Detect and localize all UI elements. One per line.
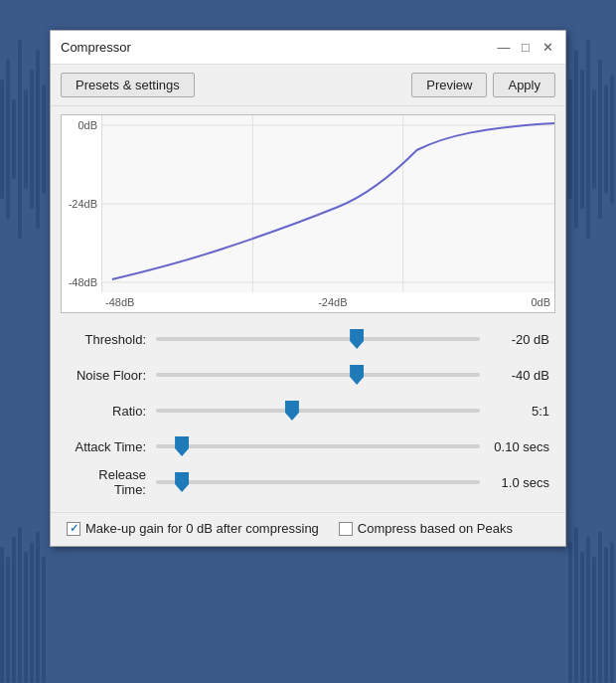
svg-rect-12: [592, 89, 596, 189]
checkbox-item-makeup-gain[interactable]: Make-up gain for 0 dB after compressing: [67, 521, 319, 536]
svg-rect-29: [598, 532, 602, 683]
svg-rect-7: [42, 85, 46, 194]
control-row-release-time: Release Time:1.0 secs: [67, 468, 549, 496]
graph-y-label-0db: 0dB: [62, 119, 101, 131]
svg-rect-0: [0, 80, 4, 199]
controls-panel: Threshold:-20 dBNoise Floor:-40 dBRatio:…: [51, 317, 565, 512]
svg-rect-8: [568, 80, 572, 199]
checkbox-box-compress-peaks[interactable]: [339, 522, 353, 536]
slider-thumb-attack-time[interactable]: [175, 436, 189, 456]
svg-rect-6: [36, 50, 40, 229]
svg-rect-19: [18, 527, 22, 683]
control-value-noise-floor: -40 dB: [480, 368, 549, 383]
svg-rect-26: [580, 552, 584, 683]
svg-rect-21: [30, 542, 34, 683]
graph-y-label-24db: -24dB: [62, 198, 101, 210]
svg-rect-25: [574, 527, 578, 683]
window-title: Compressor: [61, 40, 131, 55]
svg-rect-5: [30, 70, 34, 209]
window-controls: — □ ✕: [496, 40, 555, 56]
slider-track-ratio: [156, 409, 480, 413]
svg-rect-1: [6, 60, 10, 219]
checkbox-label-makeup-gain: Make-up gain for 0 dB after compressing: [85, 521, 319, 536]
preview-button[interactable]: Preview: [411, 73, 487, 97]
graph-x-axis: -48dB -24dB 0dB: [101, 292, 554, 312]
svg-rect-18: [12, 537, 16, 683]
control-label-noise-floor: Noise Floor:: [67, 368, 156, 383]
svg-rect-23: [42, 557, 46, 683]
control-value-release-time: 1.0 secs: [480, 475, 549, 490]
svg-rect-31: [610, 542, 614, 683]
checkbox-box-makeup-gain[interactable]: [67, 522, 80, 536]
svg-rect-4: [24, 89, 28, 189]
control-label-release-time: Release Time:: [67, 467, 156, 497]
toolbar-right: Preview Apply: [411, 73, 555, 97]
graph-y-axis: 0dB -24dB -48dB: [62, 115, 101, 292]
slider-track-attack-time: [156, 444, 480, 448]
slider-container-threshold[interactable]: [156, 329, 480, 349]
control-value-threshold: -20 dB: [480, 332, 549, 347]
graph-plot-area: [101, 115, 554, 292]
slider-container-attack-time[interactable]: [156, 436, 480, 456]
checkbox-item-compress-peaks[interactable]: Compress based on Peaks: [339, 521, 513, 536]
close-button[interactable]: ✕: [539, 40, 555, 56]
graph-x-label-0db: 0dB: [531, 296, 550, 308]
toolbar: Presets & settings Preview Apply: [51, 65, 565, 106]
control-value-attack-time: 0.10 secs: [480, 439, 549, 454]
svg-rect-20: [24, 552, 28, 683]
control-row-threshold: Threshold:-20 dB: [67, 325, 549, 353]
control-row-attack-time: Attack Time:0.10 secs: [67, 432, 549, 460]
svg-rect-17: [6, 557, 10, 683]
title-bar: Compressor — □ ✕: [51, 31, 565, 65]
slider-thumb-ratio[interactable]: [285, 401, 299, 421]
graph-y-label-48db: -48dB: [62, 276, 101, 288]
minimize-button[interactable]: —: [496, 40, 512, 56]
graph-x-label-48db: -48dB: [105, 296, 134, 308]
checkbox-row: Make-up gain for 0 dB after compressingC…: [51, 512, 565, 546]
control-row-noise-floor: Noise Floor:-40 dB: [67, 361, 549, 389]
svg-rect-13: [598, 60, 602, 219]
slider-container-ratio[interactable]: [156, 401, 480, 421]
compressor-window: Compressor — □ ✕ Presets & settings Prev…: [50, 30, 566, 547]
control-value-ratio: 5:1: [480, 404, 549, 419]
presets-settings-button[interactable]: Presets & settings: [61, 73, 195, 97]
svg-rect-28: [592, 557, 596, 683]
svg-rect-27: [586, 537, 590, 683]
svg-rect-22: [36, 532, 40, 683]
control-label-ratio: Ratio:: [67, 404, 156, 419]
slider-container-release-time[interactable]: [156, 472, 480, 492]
control-label-threshold: Threshold:: [67, 332, 156, 347]
checkbox-label-compress-peaks: Compress based on Peaks: [358, 521, 513, 536]
graph-x-label-24db: -24dB: [318, 296, 347, 308]
svg-rect-15: [610, 75, 614, 204]
svg-rect-9: [574, 50, 578, 229]
svg-rect-2: [12, 99, 16, 179]
svg-rect-16: [0, 547, 4, 683]
control-row-ratio: Ratio:5:1: [67, 397, 549, 425]
maximize-button[interactable]: □: [518, 40, 534, 56]
control-label-attack-time: Attack Time:: [67, 439, 156, 454]
slider-thumb-threshold[interactable]: [350, 329, 364, 349]
slider-container-noise-floor[interactable]: [156, 365, 480, 385]
slider-thumb-noise-floor[interactable]: [350, 365, 364, 385]
svg-rect-3: [18, 40, 22, 239]
svg-rect-30: [604, 547, 608, 683]
slider-thumb-release-time[interactable]: [175, 472, 189, 492]
svg-rect-11: [586, 40, 590, 239]
svg-rect-14: [604, 85, 608, 194]
compressor-graph: 0dB -24dB -48dB -48dB -24dB 0dB: [61, 114, 555, 313]
svg-rect-24: [568, 542, 572, 683]
slider-track-threshold: [156, 337, 480, 341]
slider-track-noise-floor: [156, 373, 480, 377]
svg-rect-10: [580, 70, 584, 209]
slider-track-release-time: [156, 480, 480, 484]
apply-button[interactable]: Apply: [493, 73, 555, 97]
